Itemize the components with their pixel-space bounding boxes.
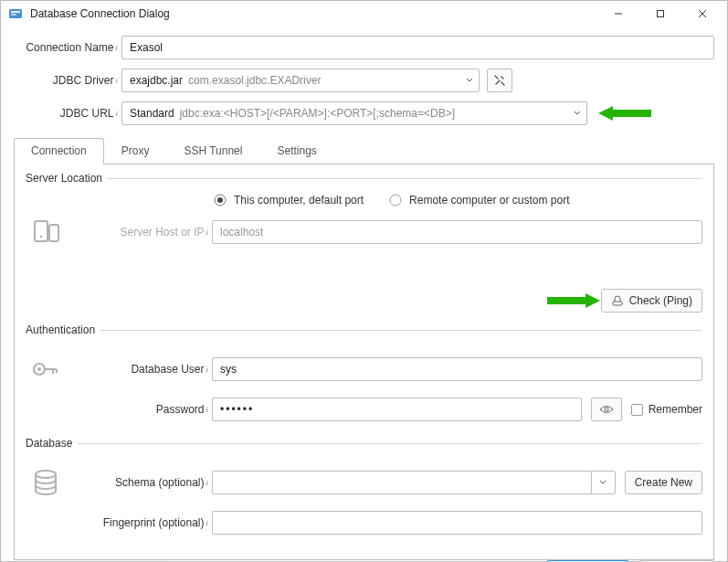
ping-icon xyxy=(611,294,624,307)
jdbc-url-combo[interactable]: Standard jdbc:exa:<HOST>[/<PARAM>]:<PORT… xyxy=(121,101,587,125)
label-jdbc-driver: JDBC Driveri xyxy=(14,74,121,87)
group-authentication: Authentication Database Useri Passwordi xyxy=(26,323,702,426)
row-jdbc-url: JDBC URLi Standard jdbc:exa:<HOST>[/<PAR… xyxy=(14,101,714,125)
app-icon xyxy=(8,6,23,21)
info-icon[interactable]: i xyxy=(115,76,118,85)
row-server-host: Server Host or IPi xyxy=(26,216,702,249)
arrow-annotation-ping xyxy=(547,291,600,311)
schema-combo[interactable] xyxy=(212,471,616,494)
label-password: Passwordi xyxy=(77,403,212,416)
group-server-location: Server Location This computer, default p… xyxy=(26,172,702,316)
minimize-button[interactable] xyxy=(597,1,639,27)
chevron-down-icon xyxy=(466,74,473,87)
dialog-window: Database Connection Dialog Connection Na… xyxy=(0,0,728,562)
svg-point-14 xyxy=(40,236,43,239)
row-db-user: Database Useri xyxy=(26,353,702,386)
checkbox-box xyxy=(631,404,643,416)
database-icon xyxy=(29,466,62,499)
row-jdbc-driver: JDBC Driveri exajdbc.jar com.exasol.jdbc… xyxy=(14,69,714,92)
info-icon[interactable]: i xyxy=(206,518,208,527)
tab-settings[interactable]: Settings xyxy=(259,138,333,164)
svg-rect-16 xyxy=(613,302,622,305)
remember-checkbox[interactable]: Remember xyxy=(631,403,702,416)
label-fingerprint: Fingerprint (optional)i xyxy=(77,516,212,529)
svg-point-18 xyxy=(37,367,41,371)
info-icon[interactable]: i xyxy=(115,43,118,52)
label-schema: Schema (optional)i xyxy=(77,476,212,489)
row-schema: Schema (optional)i Create New xyxy=(26,466,702,499)
info-icon[interactable]: i xyxy=(206,228,208,237)
legend-server-location: Server Location xyxy=(26,172,108,185)
row-connection-name: Connection Namei xyxy=(14,36,714,59)
window-buttons xyxy=(597,1,723,27)
svg-marker-15 xyxy=(547,293,600,308)
maximize-button[interactable] xyxy=(639,1,681,27)
tab-proxy[interactable]: Proxy xyxy=(104,138,167,164)
password-input[interactable] xyxy=(212,398,582,421)
db-user-input[interactable] xyxy=(212,357,702,381)
svg-rect-13 xyxy=(49,225,58,241)
legend-database: Database xyxy=(26,437,78,450)
info-icon[interactable]: i xyxy=(115,109,118,118)
tools-icon xyxy=(493,74,506,87)
info-icon[interactable]: i xyxy=(206,405,208,414)
key-icon xyxy=(29,353,62,386)
url-mode: Standard xyxy=(130,107,174,120)
dialog-content: Connection Namei JDBC Driveri exajdbc.ja… xyxy=(1,27,727,560)
check-ping-button[interactable]: Check (Ping) xyxy=(601,289,702,313)
radio-local[interactable]: This computer, default port xyxy=(214,194,364,207)
driver-jar-name: exajdbc.jar xyxy=(130,74,183,87)
svg-rect-4 xyxy=(658,11,664,17)
tab-connection[interactable]: Connection xyxy=(14,138,104,164)
jdbc-driver-combo[interactable]: exajdbc.jar com.exasol.jdbc.EXADriver xyxy=(121,69,480,92)
chevron-down-icon xyxy=(574,107,581,120)
svg-point-10 xyxy=(390,195,401,206)
label-jdbc-url: JDBC URLi xyxy=(14,107,121,120)
svg-rect-1 xyxy=(11,11,20,13)
titlebar: Database Connection Dialog xyxy=(1,1,727,27)
legend-authentication: Authentication xyxy=(26,323,100,336)
svg-marker-7 xyxy=(598,106,651,121)
eye-icon xyxy=(599,404,614,415)
server-host-input xyxy=(212,220,702,244)
info-icon[interactable]: i xyxy=(206,478,208,487)
row-password: Passwordi Remember xyxy=(26,393,702,426)
info-icon[interactable]: i xyxy=(206,365,208,374)
label-server-host: Server Host or IPi xyxy=(77,226,212,239)
svg-point-20 xyxy=(36,471,56,478)
url-template: jdbc:exa:<HOST>[/<PARAM>]:<PORT>[;schema… xyxy=(180,107,455,120)
row-ping: Check (Ping) xyxy=(26,289,702,313)
driver-class-name: com.exasol.jdbc.EXADriver xyxy=(188,74,321,87)
svg-point-9 xyxy=(217,197,223,203)
show-password-button[interactable] xyxy=(591,398,622,421)
connection-name-input[interactable] xyxy=(121,36,714,59)
fingerprint-input[interactable] xyxy=(212,511,702,535)
close-button[interactable] xyxy=(681,1,723,27)
svg-rect-2 xyxy=(11,14,16,16)
label-db-user: Database Useri xyxy=(77,363,212,376)
arrow-annotation-url xyxy=(598,103,651,123)
radio-remote[interactable]: Remote computer or custom port xyxy=(389,194,569,207)
manage-drivers-button[interactable] xyxy=(487,69,512,92)
connection-panel: Server Location This computer, default p… xyxy=(14,164,714,560)
tab-ssh-tunnel[interactable]: SSH Tunnel xyxy=(166,138,259,164)
group-database: Database Schema (optional)i Create New xyxy=(26,437,702,539)
window-title: Database Connection Dialog xyxy=(30,7,597,20)
label-connection-name: Connection Namei xyxy=(14,41,121,54)
create-new-button[interactable]: Create New xyxy=(625,471,702,494)
tabstrip: Connection Proxy SSH Tunnel Settings xyxy=(14,138,714,164)
svg-rect-12 xyxy=(35,221,47,241)
chevron-down-icon[interactable] xyxy=(591,472,615,493)
server-location-radios: This computer, default port Remote compu… xyxy=(214,194,702,207)
row-fingerprint: Fingerprint (optional)i xyxy=(26,506,702,539)
server-icon xyxy=(29,216,62,249)
svg-point-19 xyxy=(605,408,608,411)
